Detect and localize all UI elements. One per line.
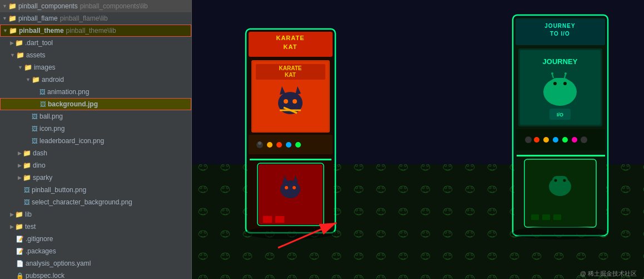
item-label: sparky xyxy=(33,174,52,182)
svg-point-31 xyxy=(258,141,261,145)
folder-icon: 📁 xyxy=(23,149,31,157)
item-label: .dart_tool xyxy=(25,39,53,47)
svg-point-22 xyxy=(293,99,297,104)
image-file-icon: 🖼 xyxy=(39,89,46,95)
item-label: icon.png xyxy=(39,125,65,133)
svg-point-68 xyxy=(581,136,587,143)
chevron-right-icon: ▶ xyxy=(10,212,14,217)
item-label: .gitignore xyxy=(26,235,53,243)
chevron-right-icon: ▶ xyxy=(10,40,14,46)
chevron-right-icon: ▶ xyxy=(18,163,22,168)
tree-item-dino[interactable]: ▶📁dino xyxy=(0,159,191,172)
svg-rect-52 xyxy=(551,78,569,90)
item-label: analysis_options.yaml xyxy=(26,260,91,267)
item-label: android xyxy=(42,76,64,84)
item-label: ball.png xyxy=(39,112,63,120)
svg-point-40 xyxy=(293,186,296,189)
svg-point-21 xyxy=(284,99,288,104)
tree-item-pinball_theme[interactable]: ▼📁pinball_themepinball_theme\lib xyxy=(0,25,191,37)
item-label: pinball_theme xyxy=(19,27,64,35)
image-preview-panel: KARATE KAT KARATE KAT xyxy=(192,0,644,279)
item-label: leaderboard_icon.png xyxy=(39,137,104,145)
chevron-down-icon: ▼ xyxy=(18,65,23,70)
tree-item-sparky[interactable]: ▶📁sparky xyxy=(0,172,191,184)
item-sublabel: pinball_theme\lib xyxy=(66,27,116,35)
svg-point-65 xyxy=(562,137,568,143)
tree-item-leaderboard_icon[interactable]: 🖼leaderboard_icon.png xyxy=(0,135,191,147)
image-file-icon: 🖼 xyxy=(32,125,38,132)
folder-icon: 📁 xyxy=(32,76,40,84)
tree-item-pinball_button[interactable]: 🖼pinball_button.png xyxy=(0,184,191,196)
file-tree-panel: ▼📁pinball_componentspinball_components\l… xyxy=(0,0,192,279)
item-label: pubspec.lock xyxy=(26,272,65,279)
chevron-right-icon: ▶ xyxy=(10,224,14,229)
svg-point-75 xyxy=(554,179,557,182)
tree-item-pinball_components[interactable]: ▼📁pinball_componentspinball_components\l… xyxy=(0,0,191,12)
lock-file-icon: 🔒 xyxy=(16,272,24,280)
svg-point-58 xyxy=(564,72,567,75)
item-sublabel: pinball_flame\lib xyxy=(60,14,108,22)
chevron-down-icon: ▼ xyxy=(26,77,31,82)
item-sublabel: pinball_components\lib xyxy=(80,2,148,10)
svg-point-27 xyxy=(276,142,282,148)
image-file-icon: 🖼 xyxy=(32,138,38,144)
svg-point-57 xyxy=(551,72,553,75)
tree-item-lib[interactable]: ▶📁lib xyxy=(0,208,191,221)
item-label: background.jpg xyxy=(48,100,98,108)
tree-item-pubspec_lock[interactable]: 🔒pubspec.lock xyxy=(0,270,191,279)
svg-point-39 xyxy=(285,186,288,189)
tree-item-ball[interactable]: 🖼ball.png xyxy=(0,110,191,123)
item-label: animation.png xyxy=(47,88,89,96)
item-label: .packages xyxy=(26,247,56,255)
image-file-icon: 🖼 xyxy=(40,101,46,107)
folder-icon: 📁 xyxy=(15,223,23,231)
svg-point-80 xyxy=(246,226,335,239)
svg-point-29 xyxy=(295,142,301,148)
image-file-icon: 🖼 xyxy=(24,199,30,205)
item-label: pinball_components xyxy=(18,2,78,10)
svg-point-67 xyxy=(525,136,532,143)
tree-item-select_character[interactable]: 🖼select_character_background.png xyxy=(0,196,191,208)
chevron-right-icon: ▶ xyxy=(18,150,22,156)
svg-point-81 xyxy=(513,226,607,239)
tree-item-icon[interactable]: 🖼icon.png xyxy=(0,123,191,135)
tree-item-assets[interactable]: ▼📁assets xyxy=(0,49,191,61)
folder-icon: 📁 xyxy=(23,161,31,169)
item-label: lib xyxy=(25,211,32,218)
svg-rect-42 xyxy=(275,216,284,223)
tree-item-background[interactable]: 🖼background.jpg xyxy=(0,98,191,110)
svg-rect-33 xyxy=(250,159,331,160)
svg-text:KARATE: KARATE xyxy=(276,35,304,41)
arcade-scene-svg: KARATE KAT KARATE KAT xyxy=(192,0,644,279)
chevron-down-icon: ▼ xyxy=(3,28,8,33)
svg-text:TO I/O: TO I/O xyxy=(550,31,570,37)
item-label: assets xyxy=(26,51,46,59)
image-file-icon: 🖼 xyxy=(32,113,38,120)
tree-item-dart_tool[interactable]: ▶📁.dart_tool xyxy=(0,37,191,49)
tree-item-animation[interactable]: 🖼animation.png xyxy=(0,86,191,98)
item-label: dino xyxy=(33,161,46,169)
tree-item-analysis_options[interactable]: 📄analysis_options.yaml xyxy=(0,257,191,270)
git-file-icon: 📝 xyxy=(16,236,24,243)
tree-item-android[interactable]: ▼📁android xyxy=(0,74,191,86)
yaml-file-icon: 📄 xyxy=(16,260,24,267)
svg-text:I/O: I/O xyxy=(557,112,563,118)
image-file-icon: 🖼 xyxy=(24,187,30,193)
folder-icon: 📁 xyxy=(8,2,17,10)
tree-item-dash[interactable]: ▶📁dash xyxy=(0,147,191,159)
svg-point-63 xyxy=(543,137,549,143)
svg-point-64 xyxy=(553,137,558,143)
svg-text:JOURNEY: JOURNEY xyxy=(544,23,575,29)
tree-item-images[interactable]: ▼📁images xyxy=(0,61,191,74)
svg-point-26 xyxy=(267,142,273,148)
svg-rect-70 xyxy=(517,155,605,156)
tree-item-gitignore[interactable]: 📝.gitignore xyxy=(0,233,191,245)
folder-icon: 📁 xyxy=(23,174,31,182)
tree-item-pinball_flame[interactable]: ▼📁pinball_flamepinball_flame\lib xyxy=(0,12,191,25)
svg-point-76 xyxy=(563,179,566,182)
tree-item-test[interactable]: ▶📁test xyxy=(0,221,191,233)
folder-icon: 📁 xyxy=(24,63,32,71)
item-label: dash xyxy=(33,149,47,157)
tree-item-packages[interactable]: 📝.packages xyxy=(0,245,191,257)
folder-icon: 📁 xyxy=(8,14,17,22)
